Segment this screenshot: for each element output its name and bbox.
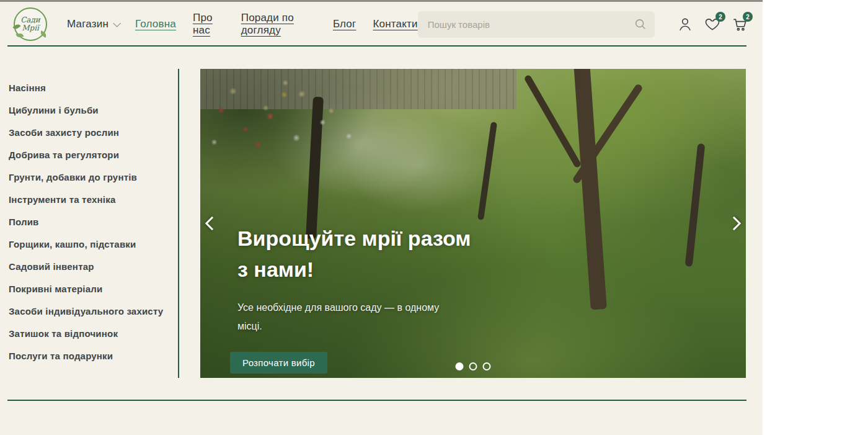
sidebar-item-services-gifts[interactable]: Послуги та подарунки: [9, 344, 178, 367]
main-content: Насіння Цибулини і бульби Засоби захисту…: [0, 69, 763, 378]
search-input[interactable]: [418, 11, 655, 38]
header-actions: 2 2: [677, 16, 748, 32]
hero-title-line1: Вирощуйте мрії разом: [237, 226, 471, 250]
chevron-down-icon: [113, 19, 121, 27]
chevron-left-icon: [205, 217, 219, 231]
nav-item-about[interactable]: Про нас: [193, 12, 224, 37]
logo-badge: Сади Мрії: [14, 7, 47, 41]
hero-subtitle: Усе необхідне для вашого саду — в одному…: [237, 298, 461, 336]
site-logo[interactable]: Сади Мрії: [14, 7, 47, 41]
slider-prev-button[interactable]: [202, 210, 223, 237]
start-selection-button[interactable]: Розпочати вибір: [230, 352, 327, 374]
nav-item-contacts[interactable]: Контакти: [373, 18, 417, 30]
hero-title: Вирощуйте мрії разом з нами!: [237, 223, 498, 285]
account-button[interactable]: [677, 16, 693, 32]
wishlist-button[interactable]: 2: [704, 16, 720, 32]
slider-dot-1[interactable]: [456, 362, 464, 370]
sidebar-item-bulbs[interactable]: Цибулини і бульби: [9, 99, 178, 121]
header-divider: [7, 45, 746, 47]
search-box: [418, 11, 655, 38]
category-list: Насіння Цибулини і бульби Засоби захисту…: [9, 76, 178, 367]
section-divider: [7, 400, 746, 401]
nav-item-label: Магазин: [67, 18, 108, 30]
slider-next-button[interactable]: [724, 210, 745, 237]
sidebar-item-tools[interactable]: Інструменти та техніка: [9, 188, 178, 210]
cart-count-badge: 2: [743, 12, 753, 22]
slider-dots: [456, 362, 491, 370]
logo-text-line2: Мрії: [22, 24, 39, 32]
nav-item-blog[interactable]: Блог: [333, 18, 356, 30]
category-sidebar: Насіння Цибулини і бульби Засоби захисту…: [0, 69, 179, 378]
hero-title-line2: з нами!: [237, 258, 314, 281]
nav-item-care-tips[interactable]: Поради по догляду: [241, 12, 316, 37]
sidebar-item-soils[interactable]: Грунти, добавки до грунтів: [9, 166, 178, 188]
user-icon: [677, 16, 693, 32]
main-nav: Магазин Головна Про нас Поради по догляд…: [67, 12, 418, 37]
sidebar-item-covering-materials[interactable]: Покривні матеріали: [9, 277, 178, 300]
sidebar-item-seeds[interactable]: Насіння: [9, 76, 178, 99]
slider-dot-2[interactable]: [469, 362, 477, 370]
page: Сади Мрії Магазин Головна Про нас Поради…: [0, 0, 763, 435]
chevron-right-icon: [727, 217, 742, 231]
sidebar-item-fertilizers[interactable]: Добрива та регулятори: [9, 143, 178, 166]
sidebar-item-personal-protection[interactable]: Засоби індивідуального захисту: [9, 300, 178, 322]
slider-dot-3[interactable]: [483, 362, 491, 370]
wishlist-count-badge: 2: [715, 12, 725, 22]
leaf-icon: [39, 30, 47, 38]
search-icon[interactable]: [634, 17, 647, 31]
sidebar-item-watering[interactable]: Полив: [9, 210, 178, 233]
sidebar-item-plant-protection[interactable]: Засоби захисту рослин: [9, 121, 178, 143]
sidebar-item-comfort-leisure[interactable]: Затишок та відпочинок: [9, 322, 178, 344]
sidebar-item-garden-inventory[interactable]: Садовий інвентар: [9, 255, 178, 277]
leaf-icon: [16, 33, 24, 38]
nav-item-home[interactable]: Головна: [135, 18, 176, 30]
nav-item-shop[interactable]: Магазин: [67, 18, 118, 30]
header: Сади Мрії Магазин Головна Про нас Поради…: [0, 2, 763, 47]
hero-content: Вирощуйте мрії разом з нами! Усе необхід…: [237, 223, 498, 374]
leaf-icon: [12, 23, 20, 30]
sidebar-item-pots[interactable]: Горщики, кашпо, підставки: [9, 233, 178, 255]
cart-button[interactable]: 2: [732, 16, 748, 32]
hero-slider: Вирощуйте мрії разом з нами! Усе необхід…: [200, 69, 746, 378]
